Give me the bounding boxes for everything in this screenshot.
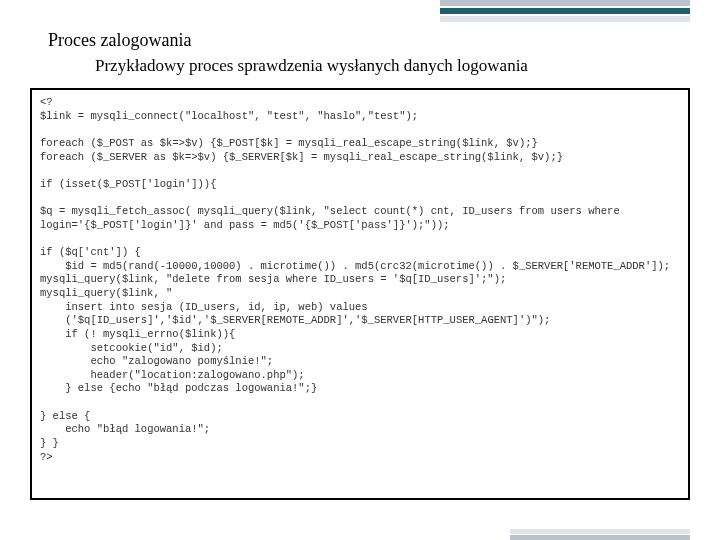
bar-teal	[440, 8, 690, 14]
bar-light	[440, 0, 690, 6]
slide-subtitle: Przykładowy proces sprawdzenia wysłanych…	[95, 56, 528, 76]
decorative-bottom-bars	[510, 528, 690, 540]
slide-title: Proces zalogowania	[48, 30, 191, 51]
decorative-top-bars	[440, 0, 690, 24]
code-block: <? $link = mysqli_connect("localhost", "…	[30, 88, 690, 500]
bbar-light	[510, 535, 690, 540]
bbar-pale	[510, 529, 690, 534]
bar-pale	[440, 16, 690, 22]
